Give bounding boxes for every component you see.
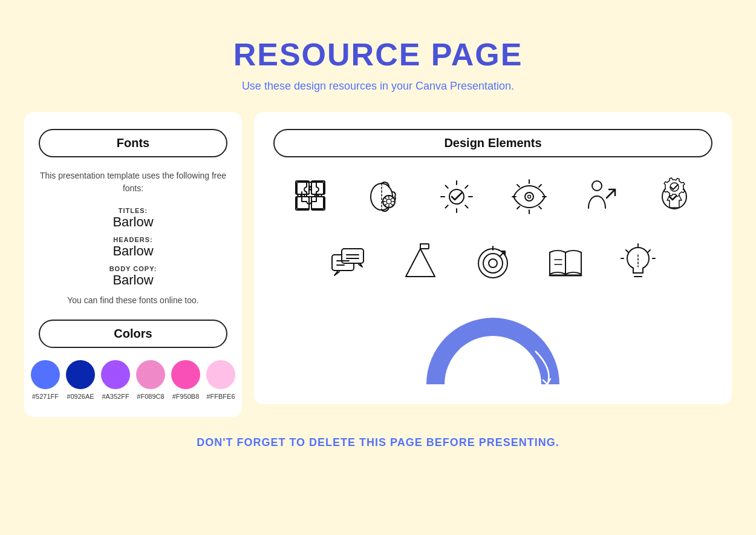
- panels-container: Fonts This presentation template uses th…: [24, 112, 732, 417]
- gear-check-icon: [435, 175, 478, 218]
- arch-decoration: [414, 303, 572, 387]
- color-code-3: #A352FF: [102, 393, 129, 400]
- target-icon: [471, 241, 515, 285]
- mountain-flag-icon: [399, 241, 442, 285]
- footer-text: DON'T FORGET TO DELETE THIS PAGE BEFORE …: [197, 436, 559, 449]
- svg-rect-3: [311, 197, 324, 209]
- color-code-2: #0926AE: [67, 393, 94, 400]
- award-badge-icon: [653, 175, 696, 218]
- page-title: RESOURCE PAGE: [233, 36, 523, 73]
- color-item-5: #F950B8: [171, 360, 200, 400]
- svg-rect-2: [311, 182, 324, 194]
- colors-row: #5271FF #0926AE #A352FF #F089C8 #F950B8 …: [39, 360, 227, 400]
- gear-check-icon-cell: [429, 169, 484, 224]
- color-swatch-1: [31, 360, 60, 389]
- design-elements-header: Design Elements: [273, 129, 712, 157]
- color-item-4: #F089C8: [136, 360, 165, 400]
- arch-container: [273, 303, 712, 387]
- svg-point-36: [489, 259, 497, 268]
- colors-header: Colors: [39, 320, 227, 348]
- right-panel: Design Elements: [254, 112, 732, 404]
- font-label-titles: TITLES:: [39, 207, 227, 214]
- color-swatch-3: [101, 360, 130, 389]
- color-code-5: #F950B8: [172, 393, 200, 400]
- svg-line-19: [539, 206, 541, 209]
- fonts-description: This presentation template uses the foll…: [39, 169, 227, 195]
- puzzle-icon-cell: [284, 169, 339, 224]
- svg-point-13: [528, 195, 531, 199]
- font-name-body: Barlow: [39, 272, 227, 288]
- color-item-2: #0926AE: [66, 360, 95, 400]
- person-growth-icon: [580, 175, 624, 218]
- color-swatch-2: [66, 360, 95, 389]
- color-item-1: #5271FF: [31, 360, 60, 400]
- person-growth-icon-cell: [575, 169, 629, 224]
- brain-gear-icon-cell: [357, 169, 411, 224]
- svg-rect-33: [420, 244, 429, 249]
- svg-point-22: [592, 181, 602, 191]
- font-label-headers: HEADERS:: [39, 236, 227, 243]
- icons-row-2: [273, 236, 712, 290]
- eye-rays-icon-cell: [502, 169, 556, 224]
- svg-line-20: [539, 185, 541, 187]
- mountain-flag-icon-cell: [393, 236, 448, 290]
- color-swatch-4: [136, 360, 165, 389]
- svg-line-18: [517, 185, 520, 187]
- color-code-1: #5271FF: [32, 393, 59, 400]
- color-code-6: #FFBFE6: [206, 393, 235, 400]
- lightbulb-icon: [616, 241, 660, 285]
- eye-rays-icon: [507, 175, 551, 218]
- svg-rect-7: [311, 197, 325, 210]
- font-item-headers: HEADERS: Barlow: [39, 236, 227, 259]
- brain-gear-icon: [362, 175, 406, 218]
- font-label-body: BODY COPY:: [39, 265, 227, 272]
- left-panel: Fonts This presentation template uses th…: [24, 112, 242, 417]
- font-name-headers: Barlow: [39, 243, 227, 259]
- lightbulb-icon-cell: [611, 236, 665, 290]
- color-item-6: #FFBFE6: [206, 360, 235, 400]
- svg-point-35: [483, 254, 503, 273]
- svg-point-12: [525, 192, 533, 201]
- font-name-titles: Barlow: [39, 214, 227, 230]
- color-swatch-5: [171, 360, 200, 389]
- chat-bubbles-icon: [326, 241, 370, 285]
- svg-line-42: [648, 250, 650, 252]
- open-book-icon-cell: [538, 236, 593, 290]
- color-code-4: #F089C8: [137, 393, 164, 400]
- chat-bubbles-icon-cell: [321, 236, 375, 290]
- color-item-3: #A352FF: [101, 360, 130, 400]
- page-subtitle: Use these design resources in your Canva…: [242, 80, 514, 93]
- fonts-header: Fonts: [39, 129, 227, 157]
- color-swatch-6: [206, 360, 235, 389]
- puzzle-icon: [290, 175, 333, 218]
- svg-line-43: [626, 250, 628, 252]
- svg-line-21: [517, 206, 520, 209]
- fonts-note: You can find these fonts online too.: [39, 295, 227, 305]
- icons-row-1: [273, 169, 712, 224]
- target-icon-cell: [466, 236, 520, 290]
- font-item-body: BODY COPY: Barlow: [39, 265, 227, 288]
- open-book-icon: [544, 241, 587, 285]
- award-badge-icon-cell: [647, 169, 702, 224]
- svg-marker-31: [406, 249, 435, 277]
- font-item-titles: TITLES: Barlow: [39, 207, 227, 230]
